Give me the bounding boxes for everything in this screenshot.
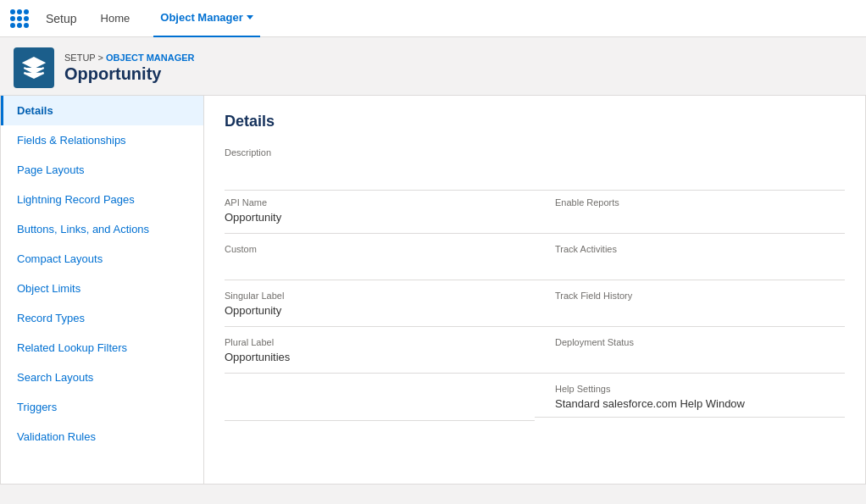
deployment-status-field: Deployment Status: [535, 330, 845, 374]
help-settings-value: Standard salesforce.com Help Window: [555, 397, 845, 410]
nav-object-manager[interactable]: Object Manager: [153, 0, 260, 37]
content-area: Details Description API Name Opportunity…: [204, 96, 865, 484]
sidebar-item-buttons-links-actions[interactable]: Buttons, Links, and Actions: [1, 214, 203, 244]
api-name-value: Opportunity: [225, 211, 521, 224]
sidebar: DetailsFields & RelationshipsPage Layout…: [1, 96, 204, 484]
custom-label: Custom: [225, 244, 521, 254]
object-icon: [14, 47, 54, 88]
enable-reports-label: Enable Reports: [555, 197, 845, 208]
sidebar-item-record-types[interactable]: Record Types: [1, 303, 203, 333]
sidebar-item-details[interactable]: Details: [1, 96, 203, 125]
dropdown-arrow-icon: [247, 15, 253, 19]
description-label: Description: [225, 147, 845, 158]
sidebar-item-related-lookup-filters[interactable]: Related Lookup Filters: [1, 333, 203, 363]
breadcrumb-text: SETUP > OBJECT MANAGER Opportunity: [64, 53, 195, 84]
plural-label-field: Plural Label Opportunities: [225, 330, 535, 374]
custom-field: Custom: [225, 237, 535, 280]
setup-label: Setup: [46, 12, 77, 25]
track-activities-field: Track Activities: [535, 237, 845, 280]
enable-reports-field: Enable Reports: [535, 191, 845, 234]
nav-home[interactable]: Home: [94, 0, 137, 37]
description-field: Description: [225, 147, 845, 191]
sidebar-item-object-limits[interactable]: Object Limits: [1, 274, 203, 303]
page-title: Opportunity: [64, 64, 195, 84]
sidebar-item-fields-relationships[interactable]: Fields & Relationships: [1, 125, 203, 155]
sidebar-item-triggers[interactable]: Triggers: [1, 392, 203, 422]
track-activities-label: Track Activities: [555, 244, 845, 254]
breadcrumb-path: SETUP > OBJECT MANAGER: [64, 53, 195, 63]
sidebar-item-compact-layouts[interactable]: Compact Layouts: [1, 244, 203, 274]
track-field-history-field: Track Field History: [535, 284, 845, 327]
top-nav: Setup Home Object Manager: [0, 0, 866, 37]
help-settings-label: Help Settings: [555, 384, 845, 394]
api-name-field: API Name Opportunity: [225, 191, 535, 234]
breadcrumb-object-manager-link[interactable]: OBJECT MANAGER: [106, 53, 195, 63]
singular-label-label: Singular Label: [225, 291, 521, 301]
sidebar-item-validation-rules[interactable]: Validation Rules: [1, 422, 203, 451]
sidebar-item-page-layouts[interactable]: Page Layouts: [1, 155, 203, 185]
layers-icon: [22, 56, 46, 80]
breadcrumb-area: SETUP > OBJECT MANAGER Opportunity: [0, 37, 866, 95]
sidebar-item-search-layouts[interactable]: Search Layouts: [1, 363, 203, 392]
plural-label-value: Opportunities: [225, 351, 521, 363]
singular-label-field: Singular Label Opportunity: [225, 284, 535, 327]
main-container: DetailsFields & RelationshipsPage Layout…: [0, 95, 866, 485]
deployment-status-label: Deployment Status: [555, 337, 845, 347]
singular-label-value: Opportunity: [225, 304, 521, 317]
fields-grid: API Name Opportunity Enable Reports Cust…: [225, 191, 845, 421]
app-grid-icon[interactable]: [10, 9, 29, 28]
plural-label-label: Plural Label: [225, 337, 521, 347]
help-settings-field: Help Settings Standard salesforce.com He…: [535, 377, 845, 418]
content-title: Details: [225, 113, 845, 130]
sidebar-item-lightning-record-pages[interactable]: Lightning Record Pages: [1, 185, 203, 214]
track-field-history-label: Track Field History: [555, 291, 845, 301]
help-settings-spacer: [225, 377, 535, 421]
api-name-label: API Name: [225, 197, 521, 208]
